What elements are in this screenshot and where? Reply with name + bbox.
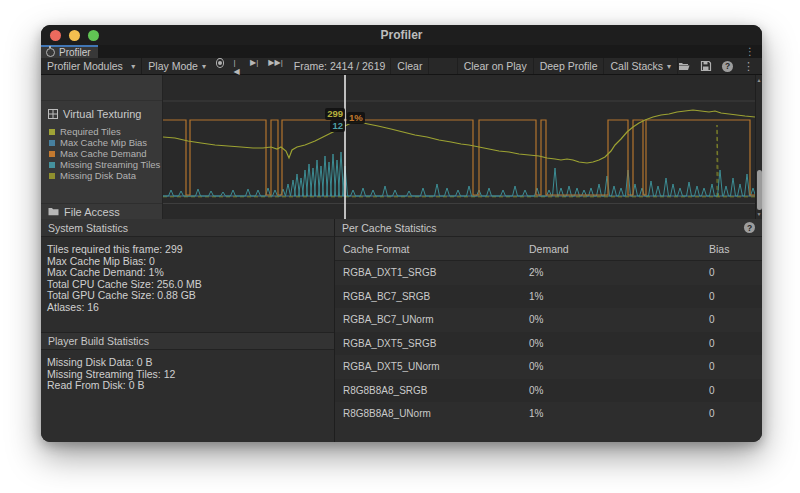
cursor-demand-label: 1%	[347, 112, 365, 124]
chevron-down-icon: ▾	[131, 62, 135, 71]
details-area: System Statistics Tiles required this fr…	[41, 219, 762, 442]
folder-icon	[48, 207, 59, 216]
legend-item[interactable]: Missing Streaming Tiles	[49, 159, 162, 170]
player-build-statistics-body: Missing Disk Data: 0 B Missing Streaming…	[41, 350, 334, 392]
modules-sidebar: Virtual Texturing Required Tiles Max Cac…	[41, 75, 163, 219]
toolbar-spacer	[429, 58, 457, 74]
window-title: Profiler	[380, 28, 422, 42]
call-stacks-dropdown[interactable]: Call Stacks ▾	[603, 58, 678, 74]
module-title: Virtual Texturing	[63, 108, 141, 120]
help-icon[interactable]: ?	[744, 222, 755, 233]
column-header[interactable]: Cache Format	[335, 243, 521, 255]
frame-counter: Frame: 2414 / 2619	[288, 58, 392, 74]
legend-color-chip	[49, 140, 55, 146]
chevron-down-icon: ▾	[202, 62, 206, 71]
legend-color-chip	[49, 162, 55, 168]
record-icon[interactable]	[216, 58, 224, 68]
system-statistics-body: Tiles required this frame: 299 Max Cache…	[41, 237, 334, 332]
file-access-module[interactable]: File Access	[41, 203, 162, 219]
previous-module-band	[41, 75, 162, 101]
save-profile-icon[interactable]	[700, 60, 712, 72]
tab-menu-kebab-icon[interactable]: ⋮	[745, 45, 755, 58]
current-frame-button[interactable]: ▶▶|	[263, 58, 287, 74]
profiler-modules-dropdown[interactable]: Profiler Modules ▾	[41, 58, 142, 74]
scroll-down-icon[interactable]: ▼	[756, 211, 762, 217]
cache-table-rows: RGBA_DXT1_SRGB 2% 0 RGBA_BC7_SRGB 1% 0 R…	[335, 261, 762, 426]
column-header[interactable]: Demand	[521, 243, 701, 255]
tab-profiler[interactable]: Profiler	[41, 45, 98, 58]
profiler-window: Profiler Profiler ⋮ Profiler Modules ▾ P…	[41, 25, 762, 442]
clear-button[interactable]: Clear	[390, 58, 429, 74]
table-row[interactable]: R8G8B8A8_SRGB 0% 0	[335, 379, 762, 403]
legend-color-chip	[49, 173, 55, 179]
scroll-up-icon[interactable]: ▲	[756, 77, 762, 83]
virtual-texturing-module[interactable]: Virtual Texturing Required Tiles Max Cac…	[41, 101, 162, 203]
table-row[interactable]: R8G8B8A8_UNorm 1% 0	[335, 402, 762, 426]
table-row[interactable]: RGBA_DXT5_SRGB 0% 0	[335, 332, 762, 356]
tab-bar: Profiler ⋮	[41, 45, 762, 58]
title-bar: Profiler	[41, 25, 762, 45]
chart-vertical-scrollbar[interactable]: ▲ ▼	[755, 75, 762, 219]
previous-frame-button[interactable]: |◀	[228, 58, 245, 74]
table-row[interactable]: RGBA_BC7_UNorm 0% 0	[335, 308, 762, 332]
timeline-chart[interactable]: 299 12 1%	[163, 75, 755, 219]
traffic-lights	[50, 30, 99, 41]
table-row[interactable]: RGBA_DXT1_SRGB 2% 0	[335, 261, 762, 285]
atlas-grid-icon	[48, 109, 58, 119]
virtual-texturing-chart	[163, 75, 755, 219]
deep-profile-toggle[interactable]: Deep Profile	[533, 58, 605, 74]
system-statistics-header: System Statistics	[41, 219, 334, 237]
scrollbar-thumb[interactable]	[757, 170, 762, 210]
module-title: File Access	[64, 206, 120, 218]
legend-color-chip	[49, 129, 55, 135]
cursor-required-tiles-label: 299	[325, 108, 345, 120]
legend-color-chip	[49, 151, 55, 157]
next-frame-button[interactable]: ▶|	[245, 58, 263, 74]
close-window-button[interactable]	[50, 30, 61, 41]
legend-item[interactable]: Max Cache Demand	[49, 148, 162, 159]
toolbar-menu-kebab-icon[interactable]: ⋮	[743, 60, 754, 73]
play-mode-dropdown[interactable]: Play Mode ▾	[142, 58, 212, 74]
chart-content-area: Virtual Texturing Required Tiles Max Cac…	[41, 75, 762, 219]
legend-item[interactable]: Required Tiles	[49, 126, 162, 137]
profiler-stopwatch-icon	[46, 48, 55, 57]
minimize-window-button[interactable]	[69, 30, 80, 41]
help-icon[interactable]: ?	[722, 61, 733, 72]
chevron-down-icon: ▾	[667, 62, 671, 71]
stat-line: Tiles required this frame: 299	[47, 244, 334, 256]
legend-item[interactable]: Missing Disk Data	[49, 170, 162, 181]
maximize-window-button[interactable]	[88, 30, 99, 41]
per-cache-statistics-panel: Per Cache Statistics ? Cache Format Dema…	[335, 219, 762, 442]
clear-on-play-toggle[interactable]: Clear on Play	[457, 58, 534, 74]
column-header[interactable]: Bias	[701, 243, 762, 255]
tab-label: Profiler	[59, 47, 91, 58]
profiler-toolbar: Profiler Modules ▾ Play Mode ▾ |◀ ▶| ▶▶|…	[41, 58, 762, 75]
player-build-statistics-header: Player Build Statistics	[41, 332, 334, 350]
module-legend: Required Tiles Max Cache Mip Bias Max Ca…	[41, 126, 162, 181]
system-statistics-panel: System Statistics Tiles required this fr…	[41, 219, 335, 442]
per-cache-statistics-header: Per Cache Statistics ?	[335, 219, 762, 237]
stat-line: Atlases: 16	[47, 302, 334, 314]
cache-table-column-headers: Cache Format Demand Bias	[335, 237, 762, 261]
table-row[interactable]: RGBA_DXT5_UNorm 0% 0	[335, 355, 762, 379]
toolbar-right-icons: ? ⋮	[678, 58, 762, 74]
stat-line: Read From Disk: 0 B	[47, 380, 334, 392]
table-row[interactable]: RGBA_BC7_SRGB 1% 0	[335, 285, 762, 309]
cursor-missing-tiles-label: 12	[330, 120, 345, 132]
load-profile-icon[interactable]	[678, 60, 690, 72]
legend-item[interactable]: Max Cache Mip Bias	[49, 137, 162, 148]
stat-line: Missing Disk Data: 0 B	[47, 357, 334, 369]
